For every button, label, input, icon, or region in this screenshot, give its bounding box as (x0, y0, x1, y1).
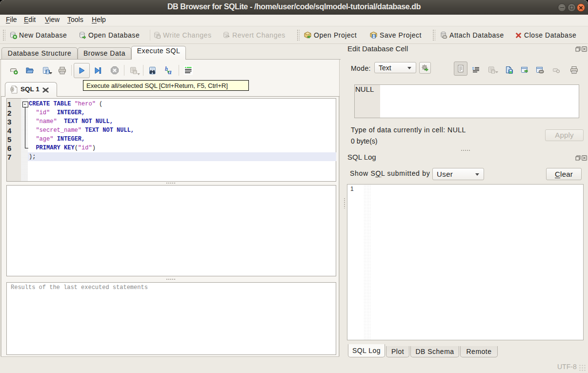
svg-text:a: a (168, 68, 172, 75)
